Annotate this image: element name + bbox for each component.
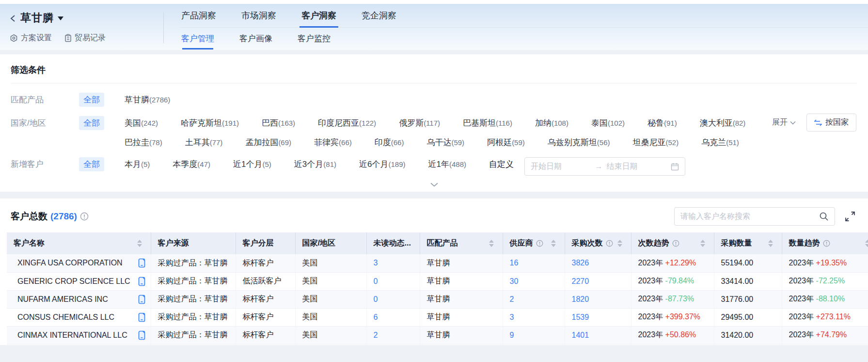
customer-name[interactable]: CONSUS CHEMICALS LLC [17,313,114,322]
main-tab[interactable]: 竞企洞察 [360,4,398,27]
qty-trend-year: 2023年 [789,330,814,339]
contact-icon[interactable] [138,295,146,304]
country-option[interactable]: 哈萨克斯坦(191) [181,117,239,129]
unread-count-link[interactable]: 0 [374,277,378,285]
sort-caret-icon[interactable] [768,237,777,249]
newcust-option[interactable]: 近6个月(189) [359,159,406,170]
newcust-option[interactable]: 本月(5) [125,159,150,170]
main-tab[interactable]: 市场洞察 [239,4,278,27]
country-option[interactable]: 加纳(108) [535,117,568,129]
customer-name[interactable]: CINMAX INTERNATIONAL LLC [17,331,127,340]
column-header[interactable]: 匹配产品 [420,232,503,254]
product-option[interactable]: 草甘膦(2786) [125,94,170,105]
country-option[interactable]: 乌干达(59) [426,137,464,148]
country-option[interactable]: 孟加拉国(69) [245,137,291,148]
calendar-icon [671,163,679,171]
start-date-input[interactable]: 开始日期 [531,162,591,172]
sub-tab[interactable]: 客户画像 [237,28,274,49]
info-icon [606,240,613,247]
country-option[interactable]: 俄罗斯(117) [399,117,440,129]
newcust-option[interactable]: 近1个月(5) [233,159,271,170]
customer-source: 采购过产品：草甘膦 [151,290,236,308]
contact-icon[interactable] [138,277,146,286]
filter-panel: 筛选条件 匹配产品 全部 草甘膦(2786) 国家/地区 全部 美国(242)哈… [0,54,868,192]
country-option[interactable]: 泰国(102) [591,117,625,129]
newcust-option[interactable]: 近1年(488) [428,159,467,170]
chevron-down-icon[interactable] [58,16,63,23]
country-option[interactable]: 菲律宾(66) [314,137,352,148]
custom-range-link[interactable]: 自定义 [489,157,514,170]
suppliers-count-link[interactable]: 2 [510,295,514,303]
country-option[interactable]: 印度尼西亚(122) [318,117,376,129]
country-option[interactable]: 澳大利亚(82) [700,117,746,129]
main-tab[interactable]: 产品洞察 [179,4,218,27]
unread-count-link[interactable]: 6 [374,313,378,321]
customer-name[interactable]: NUFARM AMERICAS INC [17,295,108,304]
collapse-filter-toggle[interactable] [0,176,868,192]
sort-caret-icon[interactable] [617,237,626,249]
by-country-button[interactable]: 按国家 [806,114,856,132]
sort-caret-icon[interactable] [865,237,868,249]
purchase-times-link[interactable]: 1401 [572,331,589,339]
purchase-quantity: 31776.00 [714,290,782,308]
unread-count-link[interactable]: 0 [374,295,378,303]
country-all-chip[interactable]: 全部 [79,116,104,130]
end-date-input[interactable]: 结束日期 [607,162,667,172]
customer-name[interactable]: XINGFA USA CORPORATION [17,259,123,267]
purchase-times-link[interactable]: 1539 [572,313,589,321]
suppliers-count-link[interactable]: 16 [510,259,519,267]
sub-tab[interactable]: 客户监控 [296,28,332,49]
scheme-settings-button[interactable]: 方案设置 [10,33,52,43]
country-option[interactable]: 巴西(163) [262,117,295,129]
product-all-chip[interactable]: 全部 [79,93,104,107]
suppliers-count-link[interactable]: 9 [510,331,514,339]
country-option[interactable]: 乌克兰(51) [701,137,739,148]
column-header[interactable]: 采购次数 [565,232,631,254]
purchase-times-link[interactable]: 2270 [572,277,589,285]
suppliers-count-link[interactable]: 3 [510,313,514,321]
expand-toggle[interactable]: 展开 [772,117,796,128]
customer-name[interactable]: GENERIC CROP SCIENCE LLC [17,277,130,286]
fullscreen-icon[interactable] [845,211,855,222]
column-label: 客户分层 [243,238,274,248]
country-option[interactable]: 土耳其(77) [185,137,223,148]
customer-tier: 标杆客户 [236,290,295,308]
contact-icon[interactable] [138,258,146,268]
back-icon[interactable] [10,15,16,21]
newcust-option[interactable]: 近3个月(81) [294,159,336,170]
newcust-all-chip[interactable]: 全部 [79,157,104,171]
column-header[interactable]: 供应商 [503,232,565,254]
customer-search-input[interactable] [680,212,815,221]
trade-records-button[interactable]: 贸易记录 [64,33,106,43]
unread-count-link[interactable]: 2 [374,331,378,339]
sub-tab[interactable]: 客户管理 [179,28,216,49]
search-icon[interactable] [819,212,829,221]
purchase-times-link[interactable]: 1820 [572,295,589,303]
country-option[interactable]: 阿根廷(59) [487,137,525,148]
unread-count-link[interactable]: 3 [374,259,378,267]
country-option[interactable]: 乌兹别克斯坦(56) [548,137,610,148]
purchase-times-link[interactable]: 3826 [572,259,589,267]
country-option[interactable]: 巴基斯坦(116) [463,117,512,129]
contact-icon[interactable] [138,313,146,322]
sort-caret-icon[interactable] [137,237,146,249]
country-option[interactable]: 印度(66) [375,137,404,148]
gear-icon [10,34,18,42]
newcust-option[interactable]: 本季度(47) [173,159,210,170]
column-header[interactable]: 数量趋势 [782,232,868,254]
column-header[interactable]: 客户名称 [7,232,151,254]
column-header[interactable]: 采购数量 [714,232,782,254]
sort-caret-icon[interactable] [551,237,560,249]
country-option[interactable]: 巴拉圭(78) [125,137,162,148]
country-option[interactable]: 坦桑尼亚(52) [633,137,679,148]
main-tab[interactable]: 客户洞察 [300,4,338,27]
suppliers-count-link[interactable]: 30 [510,277,519,285]
country-options-line2: 巴拉圭(78)土耳其(77)孟加拉国(69)菲律宾(66)印度(66)乌干达(5… [125,137,667,148]
country-option[interactable]: 秘鲁(91) [647,117,677,129]
column-header[interactable]: 次数趋势 [631,232,714,254]
country-option[interactable]: 美国(242) [125,117,158,129]
sort-caret-icon[interactable] [700,237,709,249]
sort-caret-icon[interactable] [489,237,498,249]
date-range-picker[interactable]: 开始日期 → 结束日期 [524,157,685,176]
contact-icon[interactable] [138,330,146,340]
